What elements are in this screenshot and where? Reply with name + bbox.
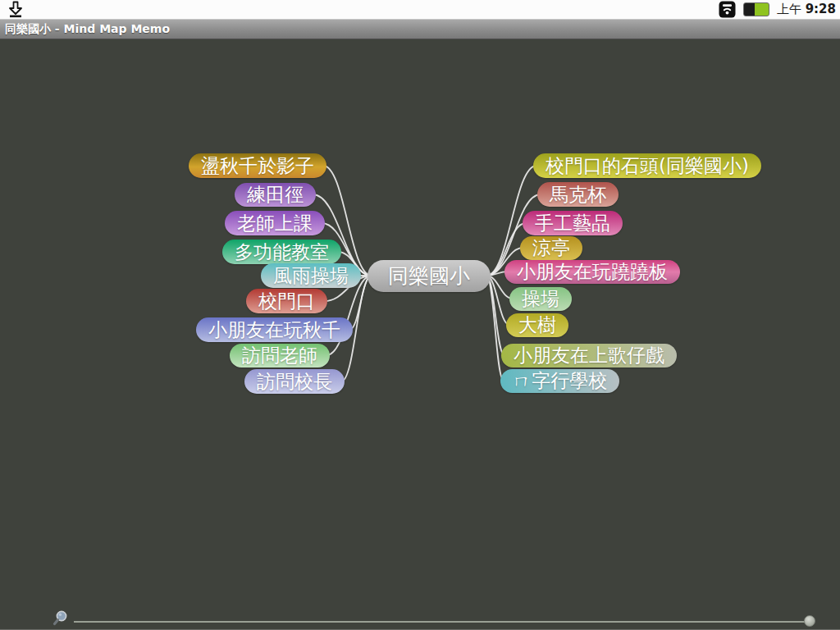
clock-time: 9:28	[806, 2, 836, 16]
mindmap-root-node[interactable]: 同樂國小	[368, 260, 491, 292]
mindmap-node[interactable]: 操場	[509, 287, 572, 311]
mindmap-node[interactable]: 校門口的石頭(同樂國小)	[533, 153, 761, 178]
mindmap-node[interactable]: 校門口	[246, 289, 327, 313]
clock-ampm: 上午	[777, 2, 801, 16]
mindmap-node[interactable]: 馬克杯	[537, 182, 619, 207]
zoom-slider-thumb[interactable]	[804, 615, 815, 627]
battery-icon	[743, 2, 769, 16]
zoom-slider-track[interactable]	[74, 621, 812, 623]
mindmap-node[interactable]: 盪秋千於影子	[189, 153, 326, 178]
mindmap-node[interactable]: 訪問老師	[230, 344, 330, 368]
download-complete-icon	[6, 1, 25, 18]
mindmap-node[interactable]: 手工藝品	[523, 211, 623, 235]
mindmap-node[interactable]: 小朋友在玩秋千	[196, 317, 353, 342]
mindmap-node[interactable]: 小朋友在玩蹺蹺板	[504, 260, 680, 284]
mindmap-node[interactable]: 老師上課	[225, 211, 325, 235]
mindmap-node[interactable]: 小朋友在上歌仔戲	[501, 344, 677, 368]
mindmap-node[interactable]: 風雨操場	[261, 263, 361, 288]
hotspot-signal-icon	[719, 1, 736, 18]
mindmap-node[interactable]: 訪問校長	[244, 369, 345, 394]
mindmap-node[interactable]: 多功能教室	[222, 240, 341, 264]
title-bar: 同樂國小 - Mind Map Memo	[0, 19, 840, 39]
mindmap-canvas[interactable]: 盪秋千於影子練田徑老師上課多功能教室風雨操場校門口小朋友在玩秋千訪問老師訪問校長…	[0, 0, 840, 630]
mindmap-node[interactable]: 大樹	[506, 313, 568, 337]
connector-layer	[0, 0, 840, 630]
mindmap-node[interactable]: 涼亭	[520, 236, 582, 260]
status-clock: 上午 9:28	[777, 0, 836, 19]
mindmap-node[interactable]: 練田徑	[235, 183, 316, 207]
window-title: 同樂國小 - Mind Map Memo	[5, 22, 170, 35]
magnifier-icon	[51, 609, 69, 630]
status-bar[interactable]: 上午 9:28	[0, 0, 840, 19]
mindmap-node[interactable]: ㄇ字行學校	[500, 369, 619, 393]
